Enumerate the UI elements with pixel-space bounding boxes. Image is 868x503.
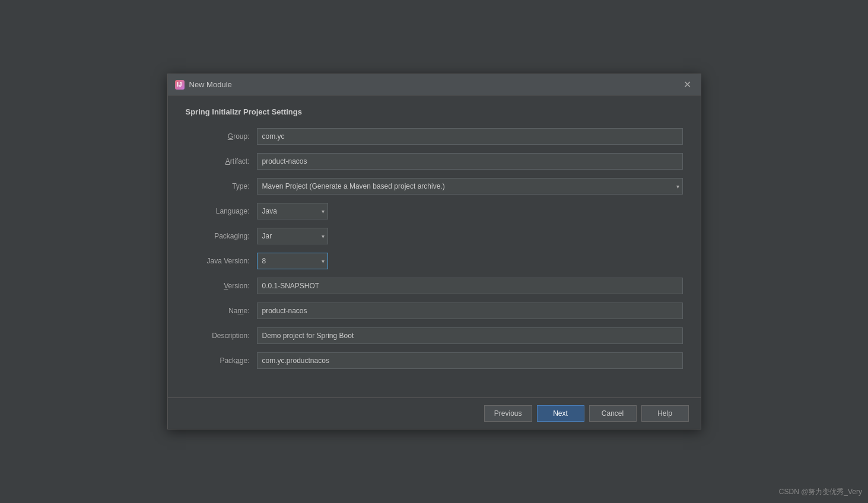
version-label: Version: xyxy=(186,282,257,290)
watermark: CSDN @努力变优秀_Very xyxy=(779,487,862,497)
description-label: Description: xyxy=(186,332,257,340)
title-bar: IJ New Module ✕ xyxy=(168,74,701,95)
version-input[interactable] xyxy=(257,278,683,294)
java-version-select-wrapper: 8 11 17 21 xyxy=(257,253,328,269)
artifact-label: Artifact: xyxy=(186,157,257,165)
java-version-label: Java Version: xyxy=(186,257,257,265)
package-row: Package: xyxy=(186,352,683,369)
java-version-row: Java Version: 8 11 17 21 xyxy=(186,253,683,269)
language-select[interactable]: Java Kotlin Groovy xyxy=(257,203,328,219)
packaging-select[interactable]: Jar War xyxy=(257,228,328,244)
language-label: Language: xyxy=(186,207,257,215)
help-button[interactable]: Help xyxy=(641,405,689,422)
cancel-button[interactable]: Cancel xyxy=(589,405,637,422)
language-select-wrapper: Java Kotlin Groovy xyxy=(257,203,328,219)
name-input[interactable] xyxy=(257,303,683,319)
description-input[interactable] xyxy=(257,327,683,344)
title-bar-left: IJ New Module xyxy=(175,80,232,90)
version-label-text: Version: xyxy=(224,282,249,290)
type-label: Type: xyxy=(186,182,257,190)
group-row: Group: xyxy=(186,128,683,145)
app-icon: IJ xyxy=(175,80,185,90)
dialog-title: New Module xyxy=(189,80,232,89)
group-label-text: Group: xyxy=(228,132,250,141)
package-label: Package: xyxy=(186,356,257,365)
artifact-input[interactable] xyxy=(257,153,683,170)
version-row: Version: xyxy=(186,278,683,294)
close-button[interactable]: ✕ xyxy=(681,80,694,90)
artifact-label-text: Artifact: xyxy=(225,157,250,165)
previous-button[interactable]: Previous xyxy=(484,405,532,422)
section-title: Spring Initializr Project Settings xyxy=(186,107,683,116)
name-row: Name: xyxy=(186,303,683,319)
packaging-label: Packaging: xyxy=(186,232,257,240)
package-label-text: Package: xyxy=(220,356,249,365)
group-label: Group: xyxy=(186,132,257,141)
dialog-footer: Previous Next Cancel Help xyxy=(168,397,701,429)
description-row: Description: xyxy=(186,327,683,344)
group-input[interactable] xyxy=(257,128,683,145)
packaging-label-text: Packaging: xyxy=(214,232,249,240)
name-label: Name: xyxy=(186,307,257,315)
type-select[interactable]: Maven Project (Generate a Maven based pr… xyxy=(257,178,683,195)
java-version-select[interactable]: 8 11 17 21 xyxy=(257,253,328,269)
package-input[interactable] xyxy=(257,352,683,369)
description-label-text: Description: xyxy=(212,332,249,340)
new-module-dialog: IJ New Module ✕ Spring Initializr Projec… xyxy=(167,74,701,429)
type-label-text: Type: xyxy=(232,182,249,190)
next-button[interactable]: Next xyxy=(537,405,584,422)
language-row: Language: Java Kotlin Groovy xyxy=(186,203,683,219)
type-select-wrapper: Maven Project (Generate a Maven based pr… xyxy=(257,178,683,195)
type-row: Type: Maven Project (Generate a Maven ba… xyxy=(186,178,683,195)
dialog-content: Spring Initializr Project Settings Group… xyxy=(168,95,701,397)
java-version-label-text: Java Version: xyxy=(206,257,249,265)
artifact-row: Artifact: xyxy=(186,153,683,170)
packaging-select-wrapper: Jar War xyxy=(257,228,328,244)
packaging-row: Packaging: Jar War xyxy=(186,228,683,244)
name-label-text: Name: xyxy=(228,307,249,315)
language-label-text: Language: xyxy=(216,207,250,215)
